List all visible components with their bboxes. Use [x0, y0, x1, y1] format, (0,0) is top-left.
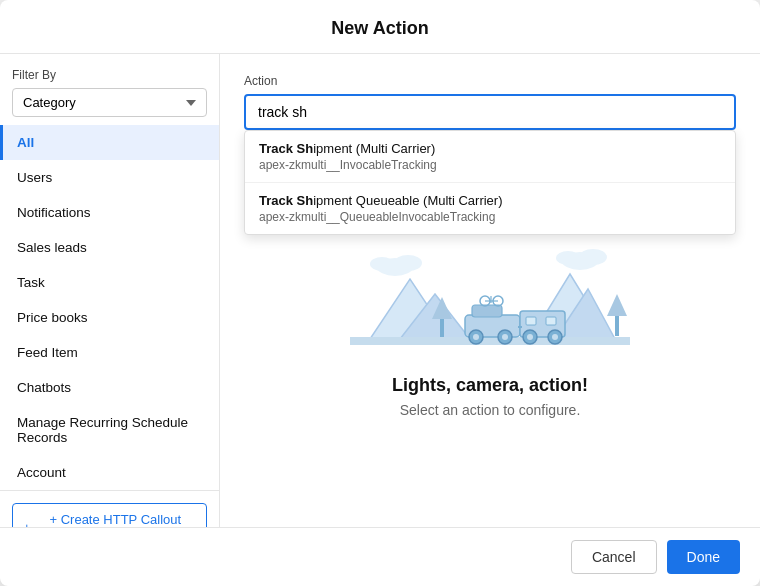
svg-point-24: [502, 334, 508, 340]
sidebar-item-chatbots[interactable]: Chatbots: [0, 370, 219, 405]
main-content: Action Track Shipment (Multi Carrier) ap…: [220, 54, 760, 527]
svg-rect-19: [546, 317, 556, 325]
illustration-title: Lights, camera, action!: [392, 375, 588, 396]
filter-section: Filter By Category Type Name: [0, 54, 219, 125]
svg-rect-12: [472, 305, 502, 317]
done-button[interactable]: Done: [667, 540, 740, 574]
svg-point-5: [394, 255, 422, 271]
illustration-svg: [350, 239, 630, 359]
svg-point-9: [556, 251, 580, 265]
modal-footer: Cancel Done: [0, 527, 760, 586]
dropdown-item-2[interactable]: Track Shipment Queueable (Multi Carrier)…: [245, 183, 735, 234]
sidebar-item-feed-item[interactable]: Feed Item: [0, 335, 219, 370]
svg-rect-31: [615, 314, 619, 336]
plus-icon: +: [23, 520, 31, 528]
sidebar: Filter By Category Type Name All Users N…: [0, 54, 220, 527]
modal-body: Filter By Category Type Name All Users N…: [0, 54, 760, 527]
svg-point-26: [527, 334, 533, 340]
illustration-subtitle: Select an action to configure.: [400, 402, 581, 418]
sidebar-item-price-books[interactable]: Price books: [0, 300, 219, 335]
svg-rect-29: [440, 317, 444, 337]
cancel-button[interactable]: Cancel: [571, 540, 657, 574]
sidebar-item-users[interactable]: Users: [0, 160, 219, 195]
svg-rect-10: [350, 337, 630, 345]
filter-label: Filter By: [12, 68, 207, 82]
sidebar-item-task[interactable]: Task: [0, 265, 219, 300]
action-field-label: Action: [244, 74, 736, 88]
svg-point-28: [552, 334, 558, 340]
action-dropdown: Track Shipment (Multi Carrier) apex-zkmu…: [244, 130, 736, 235]
dropdown-item-1-title: Track Shipment (Multi Carrier): [259, 141, 721, 156]
dropdown-item-1-subtitle: apex-zkmulti__InvocableTracking: [259, 158, 721, 172]
nav-items: All Users Notifications Sales leads Task…: [0, 125, 219, 490]
create-callout-label: + Create HTTP Callout (Beta): [35, 512, 196, 527]
action-input[interactable]: [244, 94, 736, 130]
sidebar-item-sales-leads[interactable]: Sales leads: [0, 230, 219, 265]
svg-point-22: [473, 334, 479, 340]
action-input-wrapper: Track Shipment (Multi Carrier) apex-zkmu…: [244, 94, 736, 130]
category-select[interactable]: Category Type Name: [12, 88, 207, 117]
modal-title: New Action: [0, 18, 760, 39]
create-callout-section: + + Create HTTP Callout (Beta): [0, 490, 219, 527]
svg-marker-32: [607, 294, 627, 316]
sidebar-item-manage-recurring[interactable]: Manage Recurring Schedule Records: [0, 405, 219, 455]
svg-point-8: [579, 249, 607, 265]
dropdown-item-2-subtitle: apex-zkmulti__QueueableInvocableTracking: [259, 210, 721, 224]
svg-point-6: [370, 257, 394, 271]
sidebar-item-account[interactable]: Account: [0, 455, 219, 490]
sidebar-item-all[interactable]: All: [0, 125, 219, 160]
create-http-callout-button[interactable]: + + Create HTTP Callout (Beta): [12, 503, 207, 527]
new-action-modal: New Action Filter By Category Type Name …: [0, 0, 760, 586]
modal-header: New Action: [0, 0, 760, 54]
sidebar-item-notifications[interactable]: Notifications: [0, 195, 219, 230]
svg-rect-18: [526, 317, 536, 325]
dropdown-item-2-title: Track Shipment Queueable (Multi Carrier): [259, 193, 721, 208]
dropdown-item-1[interactable]: Track Shipment (Multi Carrier) apex-zkmu…: [245, 131, 735, 183]
